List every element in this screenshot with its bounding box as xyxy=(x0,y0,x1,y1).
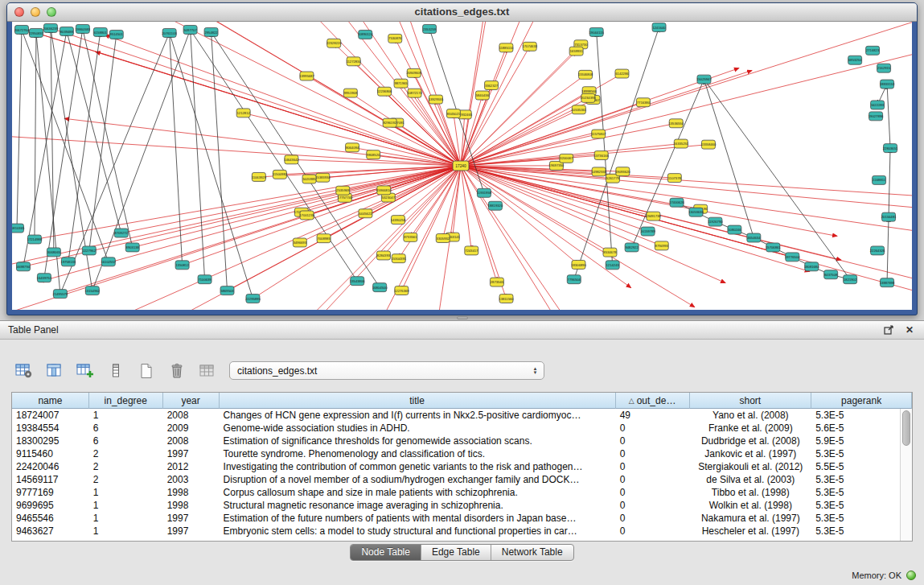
graph-node[interactable]: 19093620 xyxy=(615,167,630,176)
graph-node[interactable]: 2716823 xyxy=(866,46,880,55)
graph-edge[interactable] xyxy=(461,166,471,250)
graph-node[interactable]: 11500982 xyxy=(273,170,288,179)
graph-edge[interactable] xyxy=(461,166,912,310)
graph-node[interactable]: 8345021 xyxy=(446,109,460,118)
graph-node[interactable]: 16804500 xyxy=(372,283,388,292)
graph-node[interactable]: 12236806 xyxy=(377,87,392,96)
graph-node[interactable]: 1080246 xyxy=(728,225,741,234)
graph-node[interactable]: 13358460 xyxy=(701,140,717,149)
graph-node[interactable]: 11575807 xyxy=(591,130,606,138)
graph-node[interactable]: 20134481 xyxy=(881,212,897,221)
graph-node[interactable]: 22328220 xyxy=(326,39,342,47)
column-header-title[interactable]: title xyxy=(220,393,616,409)
graph-node[interactable]: 3362327 xyxy=(485,81,499,90)
graph-edge[interactable] xyxy=(12,22,461,166)
graph-node[interactable]: 14982555 xyxy=(591,167,606,176)
graph-edge[interactable] xyxy=(191,30,358,281)
graph-node[interactable]: 4698794 xyxy=(16,262,30,271)
graph-node[interactable]: 17001239 xyxy=(299,211,314,220)
graph-node[interactable]: 5869503 xyxy=(220,286,234,295)
graph-edge[interactable] xyxy=(461,22,668,166)
graph-edge[interactable] xyxy=(461,166,725,283)
graph-node[interactable]: 6445622 xyxy=(359,209,372,218)
graph-edge[interactable] xyxy=(92,30,191,290)
graph-node[interactable]: 18819320 xyxy=(488,201,503,210)
graph-node[interactable]: 6158801 xyxy=(93,27,107,36)
table-row[interactable]: 1830029562008Estimation of significance … xyxy=(12,435,900,447)
graph-node[interactable]: 1241640 xyxy=(652,23,666,31)
graph-node[interactable]: 11272834 xyxy=(346,57,361,66)
column-header-pagerank[interactable]: pagerank xyxy=(811,393,912,409)
graph-edge[interactable] xyxy=(23,31,67,266)
graph-node[interactable]: 8284393 xyxy=(376,251,390,260)
graph-node[interactable]: 18833153 xyxy=(880,80,895,89)
graph-node[interactable]: 8039488 xyxy=(60,27,73,35)
table-row[interactable]: 1938455462009Genome-wide association stu… xyxy=(12,422,900,435)
graph-node[interactable]: 1214243 xyxy=(606,261,619,270)
graph-node[interactable]: 10890124 xyxy=(358,30,373,39)
graph-node[interactable]: 8534678 xyxy=(603,248,617,257)
graph-node[interactable]: 15304391 xyxy=(391,254,406,263)
graph-node[interactable]: 16335251 xyxy=(674,139,689,148)
graph-node[interactable]: 11931958 xyxy=(477,188,492,197)
graph-edge[interactable] xyxy=(887,84,890,149)
graph-node[interactable]: 8064094 xyxy=(346,143,359,152)
graph-edge[interactable] xyxy=(12,22,461,166)
table-row[interactable]: 946362711997Embryonic stem cells: a mode… xyxy=(12,525,900,538)
delete-icon[interactable] xyxy=(166,360,188,382)
column-header-in_degree[interactable]: in_degree xyxy=(89,393,163,409)
graph-node[interactable]: 13154962 xyxy=(85,286,101,295)
graph-node[interactable]: 13887898 xyxy=(880,278,895,287)
table-scrollbar-thumb[interactable] xyxy=(902,410,910,446)
graph-node[interactable]: 21495579 xyxy=(53,290,68,299)
graph-node[interactable]: 13053636 xyxy=(688,208,704,216)
graph-node[interactable]: 8903138 xyxy=(125,243,139,252)
graph-node[interactable]: 2227962 xyxy=(82,246,96,255)
graph-node[interactable]: 20234393 xyxy=(581,93,596,102)
graph-node[interactable]: 19044115 xyxy=(589,27,605,36)
graph-node[interactable]: 9951968 xyxy=(343,89,357,97)
graph-node[interactable]: 2873565 xyxy=(490,278,503,286)
graph-node[interactable]: 19758133 xyxy=(61,257,76,266)
close-panel-icon[interactable]: ✕ xyxy=(903,324,916,336)
graph-node[interactable]: 15025947 xyxy=(696,75,712,84)
graph-node[interactable]: 17214988 xyxy=(27,235,43,244)
graph-node[interactable]: 22803651 xyxy=(883,144,898,153)
graph-node[interactable]: 1107378 xyxy=(667,174,681,183)
graph-node[interactable]: 13543806 xyxy=(350,277,365,286)
column-header-year[interactable]: year xyxy=(163,393,220,409)
graph-node[interactable]: 20636239 xyxy=(43,23,59,32)
panel-resize-handle[interactable] xyxy=(457,316,468,319)
graph-node[interactable]: 3068065 xyxy=(47,248,60,257)
graph-edge[interactable] xyxy=(398,166,461,220)
column-header-short[interactable]: short xyxy=(690,393,812,409)
graph-node[interactable]: 18306890 xyxy=(571,260,586,269)
graph-edge[interactable] xyxy=(461,166,631,288)
graph-node[interactable]: 16439751 xyxy=(37,274,52,282)
graph-node[interactable]: 3305932 xyxy=(436,234,450,243)
graph-node[interactable]: 19776504 xyxy=(785,253,800,262)
import-table-disabled-icon[interactable] xyxy=(196,360,219,382)
graph-node[interactable]: 11885110 xyxy=(499,43,514,52)
graph-node[interactable]: 7243417 xyxy=(465,246,478,255)
zoom-window-button[interactable] xyxy=(47,7,56,17)
graph-node[interactable]: 15383934 xyxy=(315,173,331,182)
graph-node[interactable]: 16102557 xyxy=(101,257,116,266)
graph-node[interactable]: 5020985 xyxy=(302,175,316,183)
network-canvas[interactable]: 2094960911073781633525113995687526177913… xyxy=(12,22,912,310)
graph-node[interactable]: 20949609 xyxy=(406,68,421,77)
graph-node[interactable]: 4654634 xyxy=(747,233,761,242)
graph-node[interactable]: 13811560 xyxy=(499,295,514,303)
graph-node[interactable]: 22295895 xyxy=(245,295,261,303)
tab-edge-table[interactable]: Edge Table xyxy=(421,545,491,560)
graph-node[interactable]: 15706861 xyxy=(766,243,781,252)
graph-edge[interactable] xyxy=(228,166,461,290)
graph-edge[interactable] xyxy=(461,166,912,310)
graph-node[interactable]: 1212812 xyxy=(236,109,250,117)
graph-node[interactable]: 16159789 xyxy=(640,227,655,236)
graph-node[interactable]: 2954822 xyxy=(204,27,218,36)
graph-node[interactable]: 7796504 xyxy=(567,275,581,284)
graph-node[interactable]: 12276369 xyxy=(394,286,409,295)
graph-edge[interactable] xyxy=(461,166,497,282)
graph-node[interactable]: 22950837 xyxy=(29,28,44,37)
